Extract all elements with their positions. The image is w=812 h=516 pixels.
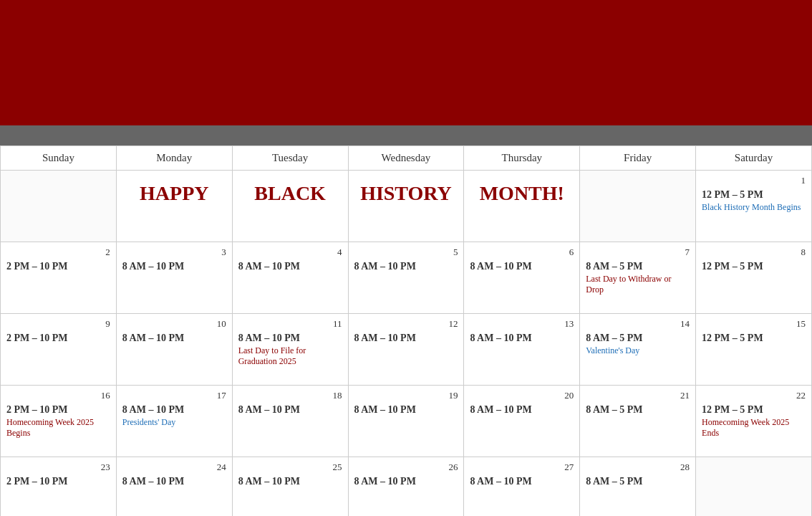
calendar-cell: 112 PM – 5 PMBlack History Month Begins	[696, 171, 812, 242]
day-number: 2	[6, 247, 110, 258]
calendar-cell: 148 AM – 5 PMValentine's Day	[580, 314, 696, 386]
calendar-cell: 218 AM – 5 PM	[580, 386, 696, 457]
event-label: Black History Month Begins	[702, 202, 806, 213]
day-number: 26	[354, 462, 458, 473]
day-number: 27	[470, 462, 574, 473]
day-number: 4	[238, 247, 342, 258]
hours-text: 12 PM – 5 PM	[702, 333, 806, 344]
event-label: Valentine's Day	[586, 345, 690, 356]
hours-text: 8 AM – 5 PM	[586, 476, 690, 487]
calendar-cell: HISTORY	[348, 171, 464, 242]
calendar-cell: 812 PM – 5 PM	[696, 242, 812, 314]
day-number: 21	[586, 390, 690, 401]
calendar-cell	[1, 171, 117, 242]
day-number: 8	[702, 247, 806, 258]
day-number: 19	[354, 390, 458, 401]
calendar-cell: 58 AM – 10 PM	[348, 242, 464, 314]
day-number: 1	[702, 175, 806, 186]
day-number: 15	[702, 318, 806, 330]
big-event-text: BLACK	[238, 182, 342, 205]
calendar-cell: 278 AM – 10 PM	[464, 457, 580, 517]
calendar-cell: HAPPY	[116, 171, 232, 242]
calendar-cell: 188 AM – 10 PM	[232, 386, 348, 457]
hours-text: 8 AM – 10 PM	[238, 476, 342, 487]
header	[0, 0, 812, 125]
event-label: Homecoming Week 2025 Ends	[702, 417, 806, 439]
day-of-week-header: Monday	[116, 146, 232, 171]
hours-text: 8 AM – 10 PM	[122, 476, 226, 487]
hours-text: 8 AM – 10 PM	[122, 404, 226, 416]
event-label: Homecoming Week 2025 Begins	[6, 417, 110, 439]
hours-text: 8 AM – 10 PM	[354, 333, 458, 344]
day-of-week-header: Thursday	[464, 146, 580, 171]
calendar-cell: 68 AM – 10 PM	[464, 242, 580, 314]
hours-text: 8 AM – 10 PM	[470, 333, 574, 344]
calendar-cell: 78 AM – 5 PMLast Day to Withdraw or Drop	[580, 242, 696, 314]
hours-text: 2 PM – 10 PM	[6, 476, 110, 487]
day-number: 6	[470, 247, 574, 258]
calendar-cell: 92 PM – 10 PM	[1, 314, 117, 386]
gray-bar	[0, 125, 812, 145]
day-number: 10	[122, 318, 226, 330]
calendar-cell: 248 AM – 10 PM	[116, 457, 232, 517]
day-of-week-header: Saturday	[696, 146, 812, 171]
day-number: 22	[702, 390, 806, 401]
hours-text: 8 AM – 10 PM	[470, 261, 574, 272]
day-number: 14	[586, 318, 690, 330]
hours-text: 8 AM – 10 PM	[238, 261, 342, 272]
event-label: Last Day to File for Graduation 2025	[238, 345, 342, 367]
calendar-cell: 268 AM – 10 PM	[348, 457, 464, 517]
day-number: 13	[470, 318, 574, 330]
hours-text: 8 AM – 10 PM	[238, 333, 342, 344]
calendar-cell: 38 AM – 10 PM	[116, 242, 232, 314]
hours-text: 2 PM – 10 PM	[6, 404, 110, 416]
hours-text: 8 AM – 5 PM	[586, 261, 690, 272]
calendar-cell: 22 PM – 10 PM	[1, 242, 117, 314]
day-number: 18	[238, 390, 342, 401]
calendar-cell: MONTH!	[464, 171, 580, 242]
calendar-cell: 288 AM – 5 PM	[580, 457, 696, 517]
hours-text: 12 PM – 5 PM	[702, 189, 806, 201]
event-label: Last Day to Withdraw or Drop	[586, 274, 690, 295]
big-event-text: HISTORY	[354, 182, 458, 205]
day-number: 28	[586, 462, 690, 473]
hours-text: 12 PM – 5 PM	[702, 404, 806, 416]
hours-text: 8 AM – 10 PM	[470, 404, 574, 416]
hours-text: 2 PM – 10 PM	[6, 333, 110, 344]
calendar-cell: 258 AM – 10 PM	[232, 457, 348, 517]
big-event-text: HAPPY	[122, 182, 226, 205]
day-of-week-header: Tuesday	[232, 146, 348, 171]
hours-text: 8 AM – 10 PM	[470, 476, 574, 487]
calendar-cell: 108 AM – 10 PM	[116, 314, 232, 386]
hours-text: 12 PM – 5 PM	[702, 261, 806, 272]
calendar-cell: 232 PM – 10 PM	[1, 457, 117, 517]
big-event-text: MONTH!	[470, 182, 574, 205]
calendar-cell: 162 PM – 10 PMHomecoming Week 2025 Begin…	[1, 386, 117, 457]
day-number: 16	[6, 390, 110, 401]
calendar-cell: BLACK	[232, 171, 348, 242]
day-of-week-header: Sunday	[1, 146, 117, 171]
hours-text: 8 AM – 10 PM	[354, 476, 458, 487]
day-number: 3	[122, 247, 226, 258]
day-number: 11	[238, 318, 342, 330]
day-number: 24	[122, 462, 226, 473]
hours-text: 8 AM – 10 PM	[238, 404, 342, 416]
day-number: 9	[6, 318, 110, 330]
calendar-cell: 128 AM – 10 PM	[348, 314, 464, 386]
day-number: 12	[354, 318, 458, 330]
calendar-cell	[696, 457, 812, 517]
calendar-cell	[580, 171, 696, 242]
day-number: 20	[470, 390, 574, 401]
hours-text: 2 PM – 10 PM	[6, 261, 110, 272]
calendar-cell: 1512 PM – 5 PM	[696, 314, 812, 386]
day-number: 23	[6, 462, 110, 473]
day-number: 7	[586, 247, 690, 258]
day-number: 5	[354, 247, 458, 258]
calendar-cell: 118 AM – 10 PMLast Day to File for Gradu…	[232, 314, 348, 386]
calendar-cell: 48 AM – 10 PM	[232, 242, 348, 314]
calendar-cell: 138 AM – 10 PM	[464, 314, 580, 386]
hours-text: 8 AM – 10 PM	[354, 404, 458, 416]
calendar-cell: 2212 PM – 5 PMHomecoming Week 2025 Ends	[696, 386, 812, 457]
calendar-cell: 208 AM – 10 PM	[464, 386, 580, 457]
day-number: 17	[122, 390, 226, 401]
